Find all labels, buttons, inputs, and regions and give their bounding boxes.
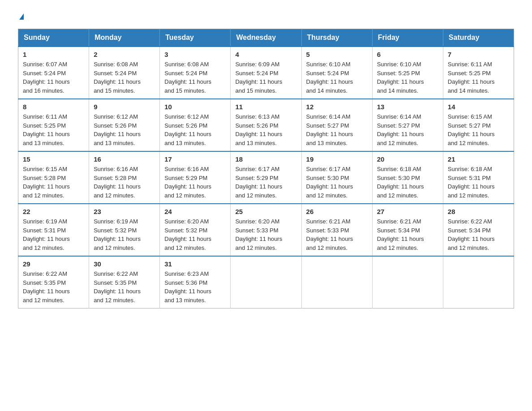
day-number: 30 [94,260,155,268]
day-info: Sunrise: 6:11 AM Sunset: 5:25 PM Dayligh… [448,60,509,95]
calendar-cell: 9 Sunrise: 6:12 AM Sunset: 5:26 PM Dayli… [89,99,160,151]
day-info: Sunrise: 6:20 AM Sunset: 5:32 PM Dayligh… [164,217,226,252]
calendar-cell: 24 Sunrise: 6:20 AM Sunset: 5:32 PM Dayl… [160,204,231,256]
calendar-cell: 23 Sunrise: 6:19 AM Sunset: 5:32 PM Dayl… [89,204,160,256]
calendar-cell: 7 Sunrise: 6:11 AM Sunset: 5:25 PM Dayli… [443,47,514,99]
day-info: Sunrise: 6:15 AM Sunset: 5:27 PM Dayligh… [448,112,509,147]
header-day-monday: Monday [89,29,160,47]
header-day-friday: Friday [372,29,443,47]
calendar-cell: 21 Sunrise: 6:18 AM Sunset: 5:31 PM Dayl… [443,151,514,204]
day-number: 20 [377,155,438,163]
day-number: 23 [94,208,155,215]
day-info: Sunrise: 6:18 AM Sunset: 5:30 PM Dayligh… [377,165,438,200]
calendar-cell: 4 Sunrise: 6:09 AM Sunset: 5:24 PM Dayli… [231,47,301,99]
day-number: 15 [23,155,84,163]
calendar-cell: 28 Sunrise: 6:22 AM Sunset: 5:34 PM Dayl… [443,204,514,256]
day-info: Sunrise: 6:19 AM Sunset: 5:31 PM Dayligh… [23,217,84,252]
day-number: 7 [448,51,509,58]
day-number: 25 [235,208,296,215]
calendar-cell: 22 Sunrise: 6:19 AM Sunset: 5:31 PM Dayl… [18,204,89,256]
calendar-cell: 2 Sunrise: 6:08 AM Sunset: 5:24 PM Dayli… [89,47,160,99]
calendar-cell: 14 Sunrise: 6:15 AM Sunset: 5:27 PM Dayl… [443,99,514,151]
day-info: Sunrise: 6:21 AM Sunset: 5:33 PM Dayligh… [306,217,368,252]
day-number: 19 [306,155,368,163]
week-row-3: 15 Sunrise: 6:15 AM Sunset: 5:28 PM Dayl… [18,151,514,204]
calendar-cell: 27 Sunrise: 6:21 AM Sunset: 5:34 PM Dayl… [372,204,443,256]
calendar-cell [231,256,301,308]
day-info: Sunrise: 6:14 AM Sunset: 5:27 PM Dayligh… [377,112,438,147]
header-day-tuesday: Tuesday [160,29,231,47]
calendar-cell: 3 Sunrise: 6:08 AM Sunset: 5:24 PM Dayli… [160,47,231,99]
header-row: SundayMondayTuesdayWednesdayThursdayFrid… [18,29,514,47]
calendar-cell: 15 Sunrise: 6:15 AM Sunset: 5:28 PM Dayl… [18,151,89,204]
day-number: 2 [94,51,155,58]
day-number: 29 [23,260,84,268]
page-header [18,13,514,20]
calendar-cell: 18 Sunrise: 6:17 AM Sunset: 5:29 PM Dayl… [231,151,301,204]
day-info: Sunrise: 6:08 AM Sunset: 5:24 PM Dayligh… [164,60,226,95]
day-info: Sunrise: 6:12 AM Sunset: 5:26 PM Dayligh… [94,112,155,147]
week-row-5: 29 Sunrise: 6:22 AM Sunset: 5:35 PM Dayl… [18,256,514,308]
header-day-thursday: Thursday [301,29,372,47]
day-info: Sunrise: 6:08 AM Sunset: 5:24 PM Dayligh… [94,60,155,95]
header-day-saturday: Saturday [443,29,514,47]
day-number: 1 [23,51,84,58]
calendar-cell: 19 Sunrise: 6:17 AM Sunset: 5:30 PM Dayl… [301,151,372,204]
day-number: 22 [23,208,84,215]
calendar-cell: 17 Sunrise: 6:16 AM Sunset: 5:29 PM Dayl… [160,151,231,204]
calendar-cell: 6 Sunrise: 6:10 AM Sunset: 5:25 PM Dayli… [372,47,443,99]
day-number: 11 [235,103,296,111]
day-info: Sunrise: 6:22 AM Sunset: 5:35 PM Dayligh… [23,270,84,304]
week-row-1: 1 Sunrise: 6:07 AM Sunset: 5:24 PM Dayli… [18,47,514,99]
day-number: 4 [235,51,296,58]
calendar-cell [301,256,372,308]
day-number: 28 [448,208,509,215]
calendar-cell: 25 Sunrise: 6:20 AM Sunset: 5:33 PM Dayl… [231,204,301,256]
day-number: 10 [164,103,226,111]
day-info: Sunrise: 6:09 AM Sunset: 5:24 PM Dayligh… [235,60,296,95]
day-number: 27 [377,208,438,215]
calendar-cell: 31 Sunrise: 6:23 AM Sunset: 5:36 PM Dayl… [160,256,231,308]
calendar-cell: 8 Sunrise: 6:11 AM Sunset: 5:25 PM Dayli… [18,99,89,151]
calendar-cell: 30 Sunrise: 6:22 AM Sunset: 5:35 PM Dayl… [89,256,160,308]
calendar-cell [443,256,514,308]
calendar-cell: 12 Sunrise: 6:14 AM Sunset: 5:27 PM Dayl… [301,99,372,151]
day-number: 6 [377,51,438,58]
day-info: Sunrise: 6:17 AM Sunset: 5:29 PM Dayligh… [235,165,296,200]
day-number: 12 [306,103,368,111]
logo-triangle-icon [19,13,24,20]
week-row-2: 8 Sunrise: 6:11 AM Sunset: 5:25 PM Dayli… [18,99,514,151]
day-info: Sunrise: 6:16 AM Sunset: 5:28 PM Dayligh… [94,165,155,200]
day-number: 3 [164,51,226,58]
day-info: Sunrise: 6:18 AM Sunset: 5:31 PM Dayligh… [448,165,509,200]
day-info: Sunrise: 6:11 AM Sunset: 5:25 PM Dayligh… [23,112,84,147]
calendar-cell: 13 Sunrise: 6:14 AM Sunset: 5:27 PM Dayl… [372,99,443,151]
day-info: Sunrise: 6:20 AM Sunset: 5:33 PM Dayligh… [235,217,296,252]
day-number: 31 [164,260,226,268]
day-number: 17 [164,155,226,163]
logo [18,13,24,20]
day-info: Sunrise: 6:22 AM Sunset: 5:34 PM Dayligh… [448,217,509,252]
calendar-body: 1 Sunrise: 6:07 AM Sunset: 5:24 PM Dayli… [18,47,514,308]
day-info: Sunrise: 6:14 AM Sunset: 5:27 PM Dayligh… [306,112,368,147]
day-number: 14 [448,103,509,111]
day-number: 16 [94,155,155,163]
day-info: Sunrise: 6:10 AM Sunset: 5:24 PM Dayligh… [306,60,368,95]
calendar-cell: 16 Sunrise: 6:16 AM Sunset: 5:28 PM Dayl… [89,151,160,204]
day-number: 18 [235,155,296,163]
day-number: 13 [377,103,438,111]
day-info: Sunrise: 6:16 AM Sunset: 5:29 PM Dayligh… [164,165,226,200]
day-info: Sunrise: 6:17 AM Sunset: 5:30 PM Dayligh… [306,165,368,200]
day-number: 9 [94,103,155,111]
day-number: 5 [306,51,368,58]
calendar-cell: 10 Sunrise: 6:12 AM Sunset: 5:26 PM Dayl… [160,99,231,151]
day-info: Sunrise: 6:07 AM Sunset: 5:24 PM Dayligh… [23,60,84,95]
logo-top-row [18,13,24,20]
day-info: Sunrise: 6:13 AM Sunset: 5:26 PM Dayligh… [235,112,296,147]
day-info: Sunrise: 6:15 AM Sunset: 5:28 PM Dayligh… [23,165,84,200]
day-info: Sunrise: 6:23 AM Sunset: 5:36 PM Dayligh… [164,270,226,304]
week-row-4: 22 Sunrise: 6:19 AM Sunset: 5:31 PM Dayl… [18,204,514,256]
calendar-cell: 11 Sunrise: 6:13 AM Sunset: 5:26 PM Dayl… [231,99,301,151]
day-number: 24 [164,208,226,215]
day-number: 21 [448,155,509,163]
